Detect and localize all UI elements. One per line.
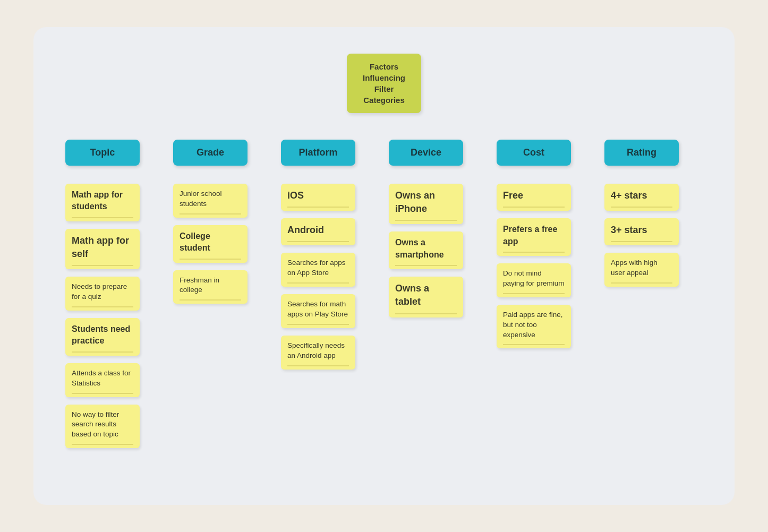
- sticky-topic-1: Math app for self: [65, 229, 140, 269]
- header-platform: Platform: [281, 140, 355, 166]
- sticky-device-0: Owns an iPhone: [389, 184, 463, 224]
- header-topic: Topic: [65, 140, 140, 166]
- sticky-platform-0: iOS: [281, 184, 355, 211]
- sticky-topic-0: Math app for students: [65, 184, 140, 221]
- sticky-grade-0: Junior school students: [173, 184, 248, 218]
- sticky-rating-1: 3+ stars: [604, 218, 679, 245]
- sticky-cost-2: Do not mind paying for premium: [497, 263, 571, 297]
- sticky-cost-1: Prefers a free app: [497, 218, 571, 256]
- column-rating: Rating4+ stars3+ starsApps with high use…: [604, 140, 703, 287]
- sticky-platform-1: Android: [281, 218, 355, 245]
- header-device: Device: [389, 140, 463, 166]
- sticky-topic-3: Students need practice: [65, 318, 140, 356]
- sticky-grade-1: College student: [173, 225, 248, 263]
- board: FactorsInfluencingFilterCategories Topic…: [33, 27, 735, 505]
- sticky-platform-2: Searches for apps on App Store: [281, 253, 355, 287]
- column-device: DeviceOwns an iPhoneOwns a smartphoneOwn…: [389, 140, 487, 318]
- header-grade: Grade: [173, 140, 248, 166]
- sticky-rating-0: 4+ stars: [604, 184, 679, 211]
- column-grade: GradeJunior school studentsCollege stude…: [173, 140, 271, 304]
- sticky-grade-2: Freshman in college: [173, 270, 248, 304]
- header-rating: Rating: [604, 140, 679, 166]
- sticky-cost-0: Free: [497, 184, 571, 211]
- sticky-device-1: Owns a smartphone: [389, 231, 463, 269]
- sticky-platform-4: Specifically needs an Android app: [281, 336, 355, 370]
- sticky-cost-3: Paid apps are fine, but not too expensiv…: [497, 305, 571, 349]
- title-card: FactorsInfluencingFilterCategories: [347, 54, 421, 113]
- columns-container: TopicMath app for studentsMath app for s…: [65, 140, 703, 448]
- sticky-platform-3: Searches for math apps on Play Store: [281, 294, 355, 328]
- header-cost: Cost: [497, 140, 571, 166]
- column-platform: PlatformiOSAndroidSearches for apps on A…: [281, 140, 379, 370]
- sticky-rating-2: Apps with high user appeal: [604, 253, 679, 287]
- column-topic: TopicMath app for studentsMath app for s…: [65, 140, 164, 448]
- sticky-device-2: Owns a tablet: [389, 277, 463, 317]
- sticky-topic-4: Attends a class for Statistics: [65, 363, 140, 397]
- sticky-topic-2: Needs to prepare for a quiz: [65, 277, 140, 311]
- column-cost: CostFreePrefers a free appDo not mind pa…: [497, 140, 595, 348]
- sticky-topic-5: No way to filter search results based on…: [65, 405, 140, 449]
